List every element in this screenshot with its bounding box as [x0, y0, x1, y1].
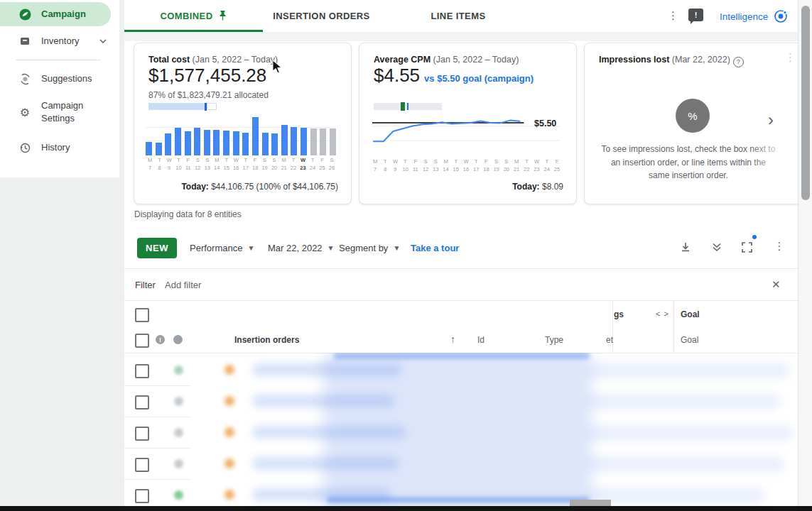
x-axis-date: 24	[543, 166, 551, 172]
date-range-dropdown[interactable]: Mar 22, 2022▼	[268, 238, 335, 258]
bar	[213, 130, 220, 155]
dropdown-label: Segment by	[339, 243, 388, 253]
inventory-icon	[18, 35, 31, 48]
code-brackets-icon[interactable]: < >	[656, 309, 669, 318]
redacted-values	[588, 363, 790, 378]
x-axis-weekday: M	[512, 158, 521, 165]
bar	[330, 128, 336, 155]
column-insertion-orders[interactable]: Insertion orders	[234, 335, 299, 345]
x-axis-weekday: S	[193, 157, 202, 163]
bar	[223, 131, 229, 155]
card-date-range: (Jan 5, 2022 – Today)	[193, 55, 278, 65]
sidebar-item-campaign-settings[interactable]: ⚙ Campaign Settings	[0, 97, 119, 128]
row-checkbox[interactable]	[135, 395, 149, 410]
column-id[interactable]: Id	[477, 335, 485, 345]
x-axis-date: 14	[212, 165, 221, 171]
vertical-scrollbar-thumb[interactable]	[801, 6, 810, 200]
x-axis-date: 15	[222, 165, 231, 171]
sidebar-item-label: Inventory	[41, 35, 79, 48]
sidebar-item-inventory[interactable]: Inventory	[0, 31, 119, 51]
x-axis-weekday: M	[146, 157, 154, 163]
row-checkbox[interactable]	[135, 427, 149, 441]
x-axis-date: 22	[522, 166, 531, 172]
tabbar-shadow-strip	[124, 32, 798, 41]
column-goal[interactable]: Goal	[681, 335, 698, 345]
sidebar-item-label: Suggestions	[41, 72, 92, 85]
more-options-icon[interactable]: ⋮	[668, 10, 678, 21]
x-axis-weekday: F	[411, 158, 420, 165]
window-bottom-edge	[0, 506, 812, 511]
horizontal-scrollbar-thumb[interactable]	[570, 500, 611, 506]
x-axis-weekday: T	[174, 157, 183, 163]
total-cost-value: $1,577,455.28	[148, 65, 266, 87]
goal-marker	[401, 102, 405, 111]
alert-glyph: !	[695, 11, 698, 19]
collapse-rows-icon[interactable]	[710, 240, 724, 254]
tab-combined[interactable]: COMBINED	[124, 0, 263, 31]
performance-dropdown[interactable]: Performance▼	[190, 238, 254, 258]
x-axis-date: 17	[242, 165, 250, 171]
goal-group-label: Goal	[681, 309, 700, 319]
chevron-down-icon[interactable]	[99, 39, 107, 43]
take-a-tour-link[interactable]: Take a tour	[411, 238, 459, 258]
x-axis-date: 18	[482, 166, 490, 172]
select-all-checkbox[interactable]	[135, 334, 149, 348]
row-checkbox[interactable]	[135, 489, 149, 503]
help-icon[interactable]: ?	[733, 57, 744, 67]
x-axis-weekday: T	[289, 157, 298, 163]
chevron-right-icon[interactable]: ›	[768, 111, 774, 128]
row-status-icon	[174, 490, 183, 500]
sidebar-item-label: History	[41, 141, 70, 154]
progress-remaining	[207, 103, 217, 110]
tab-insertion-orders[interactable]: INSERTION ORDERS	[266, 0, 377, 31]
cpm-x-axis-labels: MTWTFSSMTWTFSSMTWTF789101112131415161718…	[371, 157, 561, 172]
tab-label: LINE ITEMS	[431, 11, 486, 21]
intelligence-icon	[774, 9, 788, 23]
fullscreen-icon[interactable]	[740, 240, 754, 254]
goal-line-label: $5.50	[534, 119, 556, 128]
add-filter-button[interactable]: Add filter	[165, 280, 201, 290]
status-info-icon: !	[156, 335, 165, 344]
alert-glyph: !	[159, 336, 161, 344]
card-menu-icon[interactable]: ⋮	[785, 52, 796, 62]
table-more-options-icon[interactable]: ⋮	[772, 238, 786, 253]
bar	[146, 142, 152, 155]
row-checkbox[interactable]	[135, 364, 149, 378]
select-all-checkbox[interactable]	[135, 308, 149, 322]
column-budget-clipped[interactable]: et	[606, 335, 613, 345]
x-axis-date: 10	[174, 165, 183, 171]
new-button[interactable]: NEW	[137, 238, 177, 258]
dropdown-label: Mar 22, 2022	[268, 243, 323, 253]
sidebar-item-suggestions[interactable]: Suggestions	[0, 69, 119, 89]
sidebar: Campaign Inventory Suggestions ⚙ Campaig…	[0, 0, 119, 177]
sidebar-item-label: Campaign	[41, 8, 86, 21]
x-axis-date: 19	[261, 165, 269, 171]
chevron-down-icon: ▼	[393, 244, 400, 252]
feedback-icon[interactable]: !	[688, 9, 703, 21]
x-axis-date: 26	[327, 165, 336, 171]
column-type[interactable]: Type	[545, 335, 563, 345]
close-icon[interactable]: ✕	[772, 278, 781, 291]
x-axis-date: 13	[203, 165, 212, 171]
row-type-icon	[224, 396, 234, 406]
download-icon[interactable]	[678, 240, 693, 254]
x-axis-date: 19	[492, 166, 501, 172]
sidebar-item-campaign[interactable]: Campaign	[0, 2, 111, 26]
x-axis-date: 22	[289, 165, 298, 171]
intelligence-link[interactable]: Intelligence	[720, 9, 788, 23]
filter-bar: Filter Add filter ✕	[124, 268, 798, 301]
row-type-icon	[224, 490, 234, 500]
daily-spend-bar-chart: MTWTFSSMTWTFSSMTWTFS78910111213141516171…	[146, 117, 336, 171]
sort-ascending-icon[interactable]: ↑	[450, 334, 455, 345]
tab-line-items[interactable]: LINE ITEMS	[405, 0, 511, 31]
segment-by-dropdown[interactable]: Segment by▼	[339, 238, 400, 258]
x-axis-weekday: S	[261, 157, 269, 163]
x-axis-date: 11	[411, 166, 420, 172]
today-total: Today: $44,106.75 (100% of $44,106.75)	[181, 182, 338, 192]
sidebar-item-history[interactable]: History	[0, 138, 119, 158]
x-axis-date: 12	[421, 166, 430, 172]
x-axis-date: 21	[280, 165, 288, 171]
x-axis-weekday: W	[391, 158, 399, 165]
today-value: $8.09	[540, 182, 563, 192]
row-checkbox[interactable]	[135, 458, 149, 472]
